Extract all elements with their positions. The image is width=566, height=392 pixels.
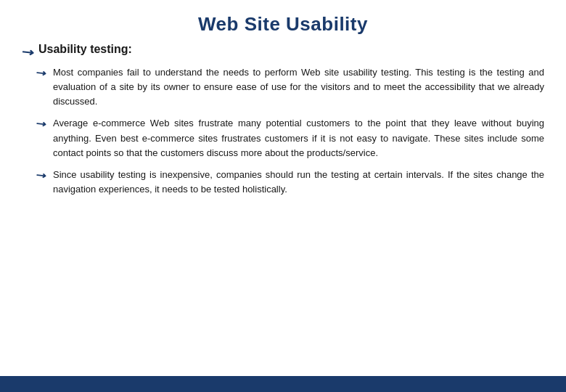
title-area: Web Site Usability	[0, 0, 566, 43]
bullet-arrow-icon-3: ↗	[33, 167, 49, 183]
slide-container: Web Site Usability ↗ Usability testing: …	[0, 0, 566, 392]
section-heading: ↗ Usability testing:	[22, 43, 544, 60]
bullet-text-2: Average e-commerce Web sites frustrate m…	[53, 116, 544, 160]
section-arrow-icon: ↗	[17, 42, 36, 61]
bullet-arrow-icon-1: ↗	[33, 65, 49, 81]
bullet-arrow-icon-2: ↗	[33, 115, 49, 131]
content-area: ↗ Usability testing: ↗ Most companies fa…	[0, 43, 566, 392]
slide-title: Web Site Usability	[29, 13, 537, 36]
bottom-bar	[0, 376, 566, 392]
bullet-item-2: ↗ Average e-commerce Web sites frustrate…	[22, 116, 544, 160]
section-title: Usability testing:	[38, 43, 132, 56]
bullet-text-3: Since usability testing is inexpensive, …	[53, 168, 544, 197]
bullet-list: ↗ Most companies fail to understand the …	[22, 65, 544, 197]
bullet-item-3: ↗ Since usability testing is inexpensive…	[22, 168, 544, 197]
bullet-text-1: Most companies fail to understand the ne…	[53, 65, 544, 109]
bullet-item-1: ↗ Most companies fail to understand the …	[22, 65, 544, 109]
